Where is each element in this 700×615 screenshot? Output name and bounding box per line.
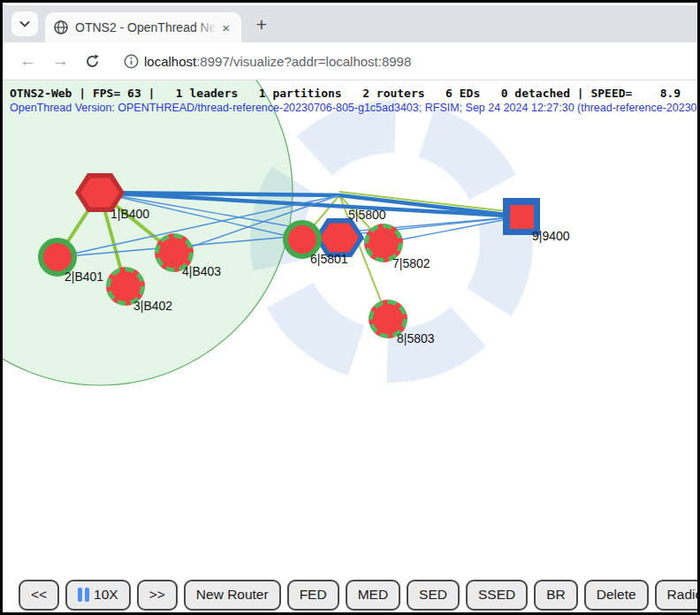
speed-pause-button[interactable]: 10X: [65, 580, 131, 611]
step-forward-button[interactable]: >>: [137, 580, 178, 611]
node-core: [510, 205, 534, 229]
node-label: 7|5802: [392, 256, 430, 270]
browser-tab[interactable]: OTNS2 - OpenThread Ne ×: [45, 12, 241, 42]
forward-button[interactable]: →: [52, 51, 69, 71]
node-label: 6|5801: [310, 252, 348, 266]
reload-button[interactable]: [85, 54, 100, 69]
node-core: [320, 222, 359, 254]
site-info-button[interactable]: [124, 54, 139, 69]
info-icon: [124, 54, 139, 69]
br-button[interactable]: BR: [534, 580, 578, 611]
simulation-canvas[interactable]: OTNS2-Web | FPS= 63 | 1 leaders 1 partit…: [3, 80, 697, 573]
status-bar: OTNS2-Web | FPS= 63 | 1 leaders 1 partit…: [10, 87, 681, 100]
browser-toolbar: ← → localhost:8997/visualize?addr=localh…: [3, 42, 697, 80]
node-label: 5|5800: [348, 208, 386, 222]
new-router-button[interactable]: New Router: [184, 580, 281, 611]
button-label: FED: [300, 587, 327, 603]
button-label: SSED: [478, 587, 515, 603]
button-label: Delete: [597, 587, 636, 603]
button-label: SED: [419, 587, 447, 603]
delete-button[interactable]: Delete: [584, 580, 649, 611]
tab-search-button[interactable]: [11, 11, 38, 36]
chevron-down-icon: [19, 20, 30, 27]
node-label: 8|5803: [397, 331, 435, 345]
ssed-button[interactable]: SSED: [466, 580, 528, 611]
tab-title: OTNS2 - OpenThread Ne: [75, 20, 217, 34]
network-graph: [3, 80, 697, 573]
version-line: OpenThread Version: OPENTHREAD/thread-re…: [10, 102, 697, 114]
reload-icon: [85, 54, 100, 69]
button-label: Radio Off: [667, 587, 697, 603]
node-label: 9|9400: [532, 229, 570, 243]
button-label: MED: [358, 587, 388, 603]
globe-favicon-icon: [54, 20, 68, 34]
new-tab-button[interactable]: +: [248, 11, 275, 38]
pause-icon: [78, 588, 89, 602]
window-frame: OTNS2 - OpenThread Ne × + ← →: [0, 0, 700, 615]
sed-button[interactable]: SED: [407, 580, 460, 611]
med-button[interactable]: MED: [346, 580, 400, 611]
tab-close-icon[interactable]: ×: [217, 19, 234, 36]
address-bar[interactable]: localhost:8997/visualize?addr=localhost:…: [144, 54, 411, 69]
node-label: 1|B400: [110, 207, 149, 221]
step-back-button[interactable]: <<: [19, 580, 59, 611]
node-label: 2|B401: [65, 270, 103, 284]
button-label: <<: [31, 587, 47, 603]
button-label: New Router: [196, 587, 269, 603]
back-button[interactable]: ←: [19, 51, 36, 71]
node-label: 3|B402: [133, 299, 172, 313]
radio-off-button[interactable]: Radio Off: [655, 580, 697, 611]
button-label: 10X: [94, 587, 118, 603]
fed-button[interactable]: FED: [287, 580, 339, 611]
node-label: 4|B403: [182, 264, 221, 278]
tab-strip: OTNS2 - OpenThread Ne × +: [3, 5, 697, 42]
button-label: >>: [149, 587, 165, 603]
action-toolbar: <<10X>>New RouterFEDMEDSEDSSEDBRDeleteRa…: [3, 573, 697, 612]
button-label: BR: [546, 587, 566, 603]
